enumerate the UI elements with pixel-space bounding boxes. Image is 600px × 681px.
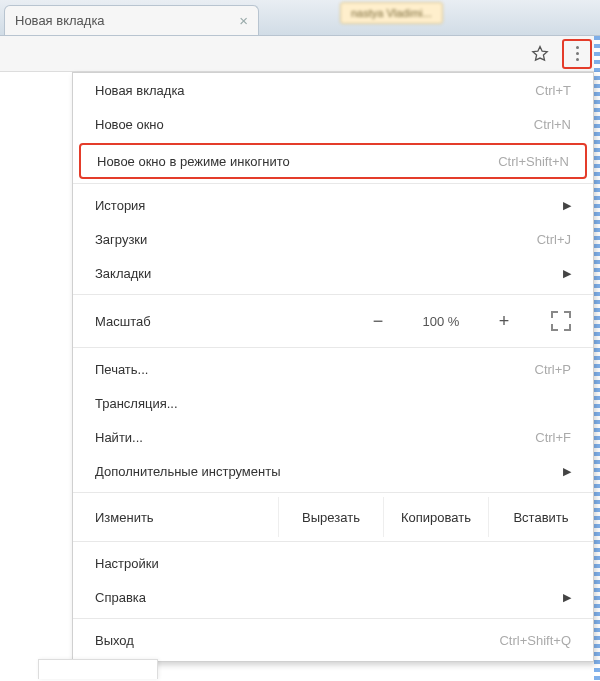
menu-label: Выход [95,633,134,648]
menu-more-tools[interactable]: Дополнительные инструменты ▶ [73,454,593,488]
menu-bookmarks[interactable]: Закладки ▶ [73,256,593,290]
menu-label: Закладки [95,266,151,281]
menu-label: Настройки [95,556,159,571]
bottom-window-fragment [38,659,158,679]
menu-label: Трансляция... [95,396,178,411]
browser-tab[interactable]: Новая вкладка × [4,5,259,35]
submenu-arrow-icon: ▶ [563,465,571,478]
menu-shortcut: Ctrl+N [534,117,571,132]
menu-exit[interactable]: Выход Ctrl+Shift+Q [73,623,593,657]
tab-bar: Новая вкладка × nastya Vladimi... [0,0,600,36]
menu-incognito-window[interactable]: Новое окно в режиме инкогнито Ctrl+Shift… [79,143,587,179]
menu-downloads[interactable]: Загрузки Ctrl+J [73,222,593,256]
menu-shortcut: Ctrl+P [535,362,571,377]
menu-help[interactable]: Справка ▶ [73,580,593,614]
menu-shortcut: Ctrl+T [535,83,571,98]
menu-label: Изменить [73,497,278,537]
profile-chip[interactable]: nastya Vladimi... [340,2,443,24]
kebab-menu-icon [576,46,579,61]
tab-close-icon[interactable]: × [239,13,248,28]
tab-title: Новая вкладка [15,13,105,28]
menu-label: Масштаб [95,314,365,329]
zoom-out-button[interactable]: − [365,311,391,332]
menu-label: Новая вкладка [95,83,185,98]
zoom-in-button[interactable]: + [491,311,517,332]
menu-shortcut: Ctrl+Shift+Q [499,633,571,648]
menu-shortcut: Ctrl+J [537,232,571,247]
menu-label: Новое окно в режиме инкогнито [97,154,290,169]
menu-label: Печать... [95,362,148,377]
fullscreen-icon[interactable] [551,311,571,331]
menu-zoom: Масштаб − 100 % + [73,299,593,343]
menu-label: Найти... [95,430,143,445]
menu-label: Загрузки [95,232,147,247]
zoom-value: 100 % [411,314,471,329]
menu-cast[interactable]: Трансляция... [73,386,593,420]
menu-label: История [95,198,145,213]
menu-separator [73,347,593,348]
menu-label: Дополнительные инструменты [95,464,281,479]
selection-edge-decor [594,36,600,681]
submenu-arrow-icon: ▶ [563,267,571,280]
menu-label: Новое окно [95,117,164,132]
bookmark-star-icon[interactable] [528,42,552,66]
profile-name: nastya Vladimi... [351,7,432,19]
menu-separator [73,492,593,493]
edit-cut-button[interactable]: Вырезать [278,497,383,537]
menu-new-window[interactable]: Новое окно Ctrl+N [73,107,593,141]
main-menu: Новая вкладка Ctrl+T Новое окно Ctrl+N Н… [72,72,594,662]
menu-find[interactable]: Найти... Ctrl+F [73,420,593,454]
menu-print[interactable]: Печать... Ctrl+P [73,352,593,386]
menu-separator [73,618,593,619]
menu-history[interactable]: История ▶ [73,188,593,222]
menu-shortcut: Ctrl+Shift+N [498,154,569,169]
edit-paste-button[interactable]: Вставить [488,497,593,537]
main-menu-button[interactable] [562,39,592,69]
menu-separator [73,294,593,295]
menu-separator [73,183,593,184]
menu-separator [73,541,593,542]
submenu-arrow-icon: ▶ [563,591,571,604]
edit-copy-button[interactable]: Копировать [383,497,488,537]
toolbar [0,36,600,72]
menu-new-tab[interactable]: Новая вкладка Ctrl+T [73,73,593,107]
menu-shortcut: Ctrl+F [535,430,571,445]
menu-edit-row: Изменить Вырезать Копировать Вставить [73,497,593,537]
menu-settings[interactable]: Настройки [73,546,593,580]
submenu-arrow-icon: ▶ [563,199,571,212]
menu-label: Справка [95,590,146,605]
